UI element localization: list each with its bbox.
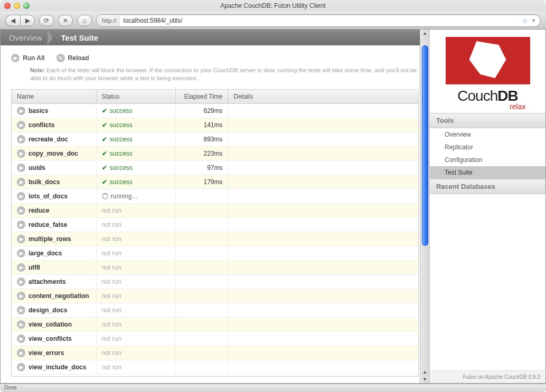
table-row: ▶multiple_rowsnot run (12, 232, 418, 246)
table-row: ▶recreate_doc✔success893ms (12, 132, 418, 146)
reload-tests-button[interactable]: ↻ Reload (57, 54, 89, 62)
run-test-icon[interactable]: ▶ (17, 107, 25, 115)
table-row: ▶copy_move_doc✔success223ms (12, 146, 418, 160)
zoom-window-button[interactable] (23, 3, 30, 9)
run-test-icon[interactable]: ▶ (17, 278, 25, 286)
run-all-button[interactable]: ▶ Run All (11, 54, 45, 62)
table-row: ▶view_conflictsnot run (12, 331, 418, 346)
test-name[interactable]: copy_move_doc (29, 150, 78, 157)
run-test-icon[interactable]: ▶ (17, 164, 25, 172)
check-icon: ✔ (102, 121, 107, 129)
details-cell (228, 132, 418, 146)
run-test-icon[interactable]: ▶ (17, 206, 25, 215)
test-name[interactable]: multiple_rows (29, 235, 71, 243)
sidebar-item-configuration[interactable]: Configuration (430, 154, 545, 166)
test-name[interactable]: basics (29, 107, 48, 114)
run-test-icon[interactable]: ▶ (17, 263, 25, 272)
tools-section-title: Tools (430, 113, 545, 128)
status-label: not run (102, 278, 121, 285)
content: Overview Test Suite ▶ Run All ↻ Reload N… (0, 30, 546, 384)
stop-button[interactable]: ✕ (58, 15, 73, 26)
test-name[interactable]: lots_of_docs (29, 193, 68, 200)
test-name[interactable]: design_docs (29, 307, 67, 314)
col-header-elapsed[interactable]: Elapsed Time (175, 90, 228, 104)
back-button[interactable]: ◀ (5, 15, 20, 26)
close-window-button[interactable] (4, 3, 11, 9)
run-test-icon[interactable]: ▶ (17, 121, 25, 129)
run-test-icon[interactable]: ▶ (17, 135, 25, 144)
scroll-up-icon[interactable]: ▲ (422, 31, 427, 36)
test-name[interactable]: bulk_docs (29, 178, 60, 186)
col-header-details[interactable]: Details (228, 90, 418, 104)
elapsed-time (175, 217, 228, 232)
home-button[interactable]: ⌂ (77, 15, 92, 26)
test-name[interactable]: view_conflicts (29, 335, 72, 342)
elapsed-time (175, 346, 228, 360)
forward-button[interactable]: ▶ (20, 15, 35, 26)
run-test-icon[interactable]: ▶ (17, 149, 25, 158)
note-body: Each of the tests will block the browser… (30, 67, 417, 81)
test-name[interactable]: utf8 (29, 264, 40, 271)
test-name[interactable]: reduce_false (29, 221, 67, 228)
details-cell (228, 160, 418, 175)
elapsed-time: 893ms (175, 132, 228, 146)
test-name[interactable]: uuids (29, 164, 45, 171)
run-test-icon[interactable]: ▶ (17, 349, 25, 357)
recent-db-section-title: Recent Databases (430, 179, 545, 194)
browser-status-bar: Done (0, 384, 546, 392)
test-name[interactable]: conflicts (29, 121, 54, 129)
run-test-icon[interactable]: ▶ (17, 249, 25, 257)
run-test-icon[interactable]: ▶ (17, 306, 25, 314)
logo[interactable]: CouchDB relax (430, 30, 545, 113)
run-test-icon[interactable]: ▶ (17, 235, 25, 243)
elapsed-time (175, 289, 228, 303)
test-name[interactable]: content_negotiation (29, 292, 89, 300)
run-test-icon[interactable]: ▶ (17, 363, 25, 371)
test-name[interactable]: attachments (29, 278, 66, 285)
elapsed-time (175, 203, 228, 217)
scroll-down-icon[interactable]: ▼ (422, 377, 427, 382)
check-icon: ✔ (102, 164, 107, 171)
test-name[interactable]: recreate_doc (29, 136, 68, 143)
breadcrumb-separator-icon (48, 30, 53, 45)
reload-button[interactable]: ⟳ (39, 15, 54, 26)
elapsed-time (175, 260, 228, 274)
run-test-icon[interactable]: ▶ (17, 320, 25, 329)
details-cell (228, 232, 418, 246)
sidebar: CouchDB relax Tools OverviewReplicatorCo… (429, 30, 545, 383)
breadcrumb-current: Test Suite (53, 30, 107, 45)
run-test-icon[interactable]: ▶ (17, 192, 25, 200)
details-cell (228, 189, 418, 203)
status-label: not run (102, 335, 121, 342)
test-name[interactable]: view_errors (29, 349, 64, 357)
col-header-name[interactable]: Name (12, 90, 96, 104)
status-label: success (110, 150, 133, 157)
run-test-icon[interactable]: ▶ (17, 334, 25, 343)
scroll-up2-icon[interactable]: ▲ (422, 369, 427, 375)
table-row: ▶utf8not run (12, 260, 418, 274)
sidebar-item-overview[interactable]: Overview (430, 128, 545, 141)
run-test-icon[interactable]: ▶ (17, 178, 25, 186)
actions-bar: ▶ Run All ↻ Reload (1, 45, 429, 66)
test-name[interactable]: reduce (29, 207, 49, 214)
sidebar-item-test-suite[interactable]: Test Suite (430, 166, 545, 179)
col-header-status[interactable]: Status (96, 90, 175, 104)
breadcrumb-overview[interactable]: Overview (1, 30, 51, 45)
bookmark-star-icon[interactable]: ☆ (519, 17, 531, 25)
run-test-icon[interactable]: ▶ (17, 221, 25, 229)
table-row: ▶view_collationnot run (12, 317, 418, 331)
scroll-thumb[interactable] (422, 45, 428, 246)
url-input[interactable] (119, 17, 519, 24)
run-test-icon[interactable]: ▶ (17, 292, 25, 300)
sidebar-item-replicator[interactable]: Replicator (430, 141, 545, 154)
url-bar[interactable]: http:// ☆ ▼ (96, 14, 541, 27)
details-cell (228, 217, 418, 232)
url-dropdown-icon[interactable]: ▼ (531, 18, 540, 23)
test-name[interactable]: large_docs (29, 250, 62, 257)
details-cell (228, 260, 418, 274)
table-row: ▶basics✔success629ms (12, 103, 418, 118)
test-name[interactable]: view_collation (29, 321, 72, 328)
minimize-window-button[interactable] (14, 3, 20, 9)
main-scrollbar[interactable]: ▲ ▲ ▼ (420, 30, 429, 383)
test-name[interactable]: view_include_docs (29, 364, 86, 371)
